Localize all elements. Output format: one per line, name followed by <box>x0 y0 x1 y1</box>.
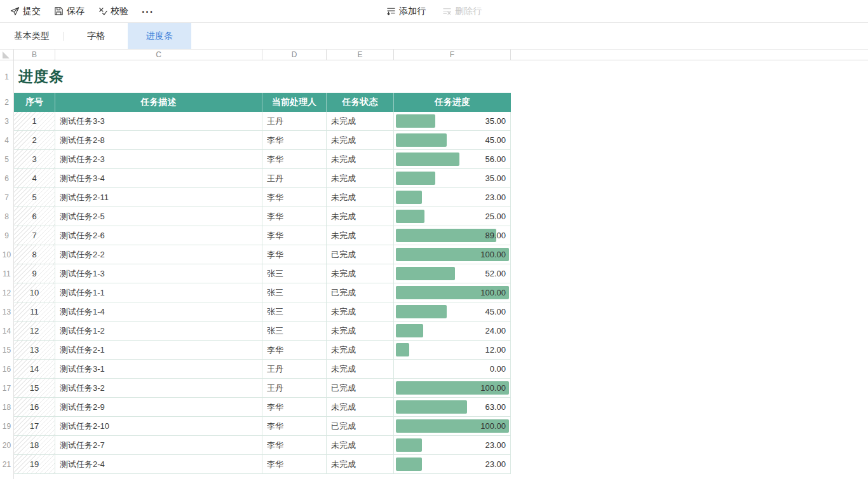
column-header-F[interactable]: F <box>394 50 511 60</box>
cell-handler[interactable]: 李华 <box>262 398 327 416</box>
tab-basic-type[interactable]: 基本类型 <box>0 23 64 49</box>
cell-progress[interactable]: 100.00 <box>394 245 511 264</box>
column-header-B[interactable]: B <box>14 50 55 60</box>
cell-handler[interactable]: 李华 <box>262 245 327 264</box>
cell-progress[interactable]: 100.00 <box>394 379 511 397</box>
tab-progress-bar[interactable]: 进度条 <box>128 23 191 49</box>
cell-progress[interactable]: 35.00 <box>394 169 511 187</box>
cell-progress[interactable]: 45.00 <box>394 302 511 321</box>
row-number[interactable]: 8 <box>0 207 13 226</box>
row-number[interactable]: 16 <box>0 360 13 379</box>
row-number[interactable]: 2 <box>0 93 13 112</box>
delete-row-button[interactable]: 删除行 <box>442 6 482 17</box>
cell-handler[interactable]: 李华 <box>262 207 327 226</box>
row-number[interactable]: 20 <box>0 436 13 455</box>
row-number[interactable]: 19 <box>0 417 13 436</box>
cell-status[interactable]: 已完成 <box>327 379 394 397</box>
cell-task-desc[interactable]: 测试任务2-3 <box>55 150 262 168</box>
cell-handler[interactable]: 张三 <box>262 302 327 321</box>
cell-task-desc[interactable]: 测试任务2-2 <box>55 245 262 264</box>
cell-progress[interactable]: 0.00 <box>394 360 511 378</box>
cell-status[interactable]: 已完成 <box>327 417 394 435</box>
cell-handler[interactable]: 王丹 <box>262 112 327 130</box>
cell-task-desc[interactable]: 测试任务2-4 <box>55 455 262 473</box>
cell-progress[interactable]: 23.00 <box>394 455 511 473</box>
row-number[interactable]: 21 <box>0 455 13 474</box>
save-button[interactable]: 保存 <box>54 6 85 17</box>
cell-status[interactable]: 已完成 <box>327 245 394 264</box>
cell-progress[interactable]: 56.00 <box>394 150 511 168</box>
cell-progress[interactable]: 23.00 <box>394 436 511 454</box>
cell-status[interactable]: 未完成 <box>327 436 394 454</box>
cell-handler[interactable]: 王丹 <box>262 379 327 397</box>
cell-handler[interactable]: 李华 <box>262 150 327 168</box>
row-number[interactable]: 17 <box>0 379 13 398</box>
cell-progress[interactable]: 89.00 <box>394 226 511 245</box>
cell-handler[interactable]: 张三 <box>262 264 327 283</box>
row-number[interactable]: 13 <box>0 302 13 322</box>
submit-button[interactable]: 提交 <box>10 6 41 17</box>
cell-handler[interactable]: 李华 <box>262 436 327 454</box>
row-number[interactable]: 11 <box>0 264 13 283</box>
cell-status[interactable]: 未完成 <box>327 302 394 321</box>
cell-progress[interactable]: 63.00 <box>394 398 511 416</box>
row-number[interactable]: 15 <box>0 341 13 360</box>
cell-status[interactable]: 未完成 <box>327 322 394 340</box>
cell-progress[interactable]: 24.00 <box>394 322 511 340</box>
cell-task-desc[interactable]: 测试任务2-10 <box>55 417 262 435</box>
cell-task-desc[interactable]: 测试任务1-4 <box>55 302 262 321</box>
row-number[interactable]: 10 <box>0 245 13 264</box>
cell-status[interactable]: 未完成 <box>327 112 394 130</box>
cell-task-desc[interactable]: 测试任务3-1 <box>55 360 262 378</box>
row-number[interactable]: 4 <box>0 131 13 150</box>
cell-status[interactable]: 未完成 <box>327 226 394 245</box>
cell-status[interactable]: 未完成 <box>327 169 394 187</box>
row-number[interactable]: 12 <box>0 283 13 302</box>
cell-handler[interactable]: 张三 <box>262 322 327 340</box>
cell-progress[interactable]: 52.00 <box>394 264 511 283</box>
more-button[interactable]: ··· <box>142 5 154 18</box>
cell-progress[interactable]: 25.00 <box>394 207 511 226</box>
cell-status[interactable]: 未完成 <box>327 264 394 283</box>
cell-task-desc[interactable]: 测试任务1-1 <box>55 283 262 302</box>
cell-task-desc[interactable]: 测试任务2-11 <box>55 188 262 207</box>
row-number[interactable]: 6 <box>0 169 13 188</box>
cell-task-desc[interactable]: 测试任务1-2 <box>55 322 262 340</box>
row-number[interactable]: 5 <box>0 150 13 169</box>
add-row-button[interactable]: 添加行 <box>386 6 426 17</box>
row-number[interactable]: 18 <box>0 398 13 417</box>
cell-task-desc[interactable]: 测试任务2-7 <box>55 436 262 454</box>
row-number[interactable]: 14 <box>0 322 13 341</box>
cell-handler[interactable]: 张三 <box>262 283 327 302</box>
cell-status[interactable]: 未完成 <box>327 207 394 226</box>
cell-progress[interactable]: 100.00 <box>394 283 511 302</box>
cell-task-desc[interactable]: 测试任务3-3 <box>55 112 262 130</box>
column-header-D[interactable]: D <box>262 50 327 60</box>
cell-handler[interactable]: 李华 <box>262 341 327 359</box>
cell-task-desc[interactable]: 测试任务2-9 <box>55 398 262 416</box>
cell-status[interactable]: 未完成 <box>327 398 394 416</box>
cell-task-desc[interactable]: 测试任务2-8 <box>55 131 262 149</box>
cell-task-desc[interactable]: 测试任务3-2 <box>55 379 262 397</box>
cell-task-desc[interactable]: 测试任务1-3 <box>55 264 262 283</box>
cell-progress[interactable]: 45.00 <box>394 131 511 149</box>
cell-task-desc[interactable]: 测试任务2-1 <box>55 341 262 359</box>
cell-status[interactable]: 已完成 <box>327 283 394 302</box>
row-number[interactable]: 3 <box>0 112 13 131</box>
row-number[interactable]: 9 <box>0 226 13 245</box>
cell-handler[interactable]: 李华 <box>262 417 327 435</box>
cell-handler[interactable]: 李华 <box>262 131 327 149</box>
cell-progress[interactable]: 100.00 <box>394 417 511 435</box>
cell-progress[interactable]: 23.00 <box>394 188 511 207</box>
column-header-E[interactable]: E <box>327 50 394 60</box>
cell-progress[interactable]: 12.00 <box>394 341 511 359</box>
cell-status[interactable]: 未完成 <box>327 341 394 359</box>
cell-task-desc[interactable]: 测试任务2-5 <box>55 207 262 226</box>
validate-button[interactable]: 校验 <box>98 6 128 17</box>
cell-handler[interactable]: 李华 <box>262 455 327 473</box>
cell-progress[interactable]: 35.00 <box>394 112 511 130</box>
row-number[interactable]: 7 <box>0 188 13 207</box>
cell-status[interactable]: 未完成 <box>327 131 394 149</box>
column-header-C[interactable]: C <box>55 50 262 60</box>
cell-task-desc[interactable]: 测试任务3-4 <box>55 169 262 187</box>
